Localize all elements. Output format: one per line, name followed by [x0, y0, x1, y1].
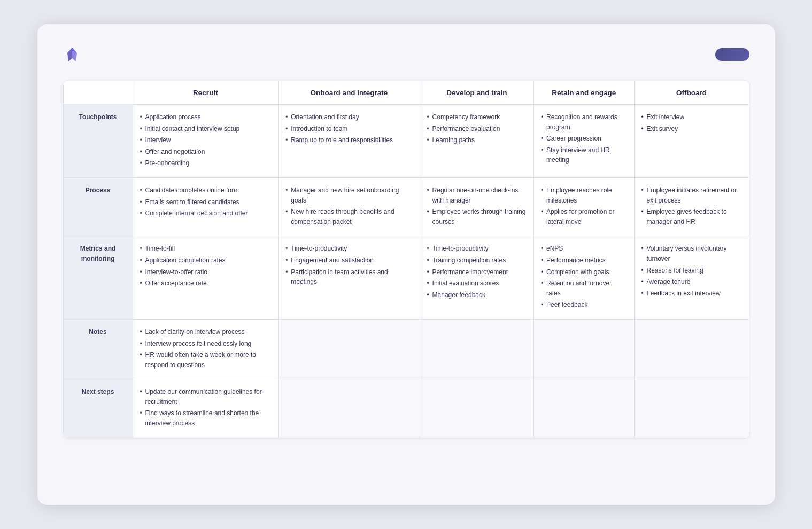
cell-item: Update our communication guidelines for … [140, 387, 272, 407]
cell-item: Voluntary versus involuntary turnover [641, 244, 742, 263]
cell-r3-c2 [420, 319, 533, 379]
cell-item: Ramp up to role and responsibilities [285, 135, 412, 145]
col-header-retain-and-engage: Retain and engage [534, 81, 634, 105]
cell-r4-c4 [634, 379, 749, 438]
cell-item: Regular one-on-one check-ins with manage… [427, 185, 527, 205]
cell-item: Performance improvement [427, 267, 527, 277]
cell-item: Application process [140, 112, 272, 122]
cell-r0-c4: Exit interviewExit survey [634, 105, 749, 178]
cell-r3-c4 [634, 319, 749, 379]
cell-item: Applies for promotion or lateral move [541, 207, 627, 227]
cell-item: Peer feedback [541, 300, 627, 310]
page-title [715, 48, 749, 61]
cell-r4-c1 [279, 379, 420, 438]
cell-item: HR would often take a week or more to re… [140, 350, 272, 370]
cell-item: Reasons for leaving [641, 266, 742, 276]
journey-table: RecruitOnboard and integrateDevelop and … [63, 81, 749, 438]
table-row: Next stepsUpdate our communication guide… [63, 379, 749, 438]
cell-item: Retention and turnover rates [541, 278, 627, 298]
cell-item: Stay interview and HR meeting [541, 145, 627, 165]
cell-item: Employee reaches role milestones [541, 185, 627, 205]
cell-r0-c0: Application processInitial contact and i… [133, 105, 279, 178]
cell-r4-c2 [420, 379, 533, 438]
leapsome-logo-icon [63, 45, 81, 64]
table-row: ProcessCandidate completes online formEm… [63, 177, 749, 236]
cell-r2-c4: Voluntary versus involuntary turnoverRea… [634, 236, 749, 320]
cell-r3-c0: Lack of clarity on interview processInte… [133, 319, 279, 379]
page-wrapper: RecruitOnboard and integrateDevelop and … [37, 24, 775, 505]
col-header-offboard: Offboard [634, 81, 749, 105]
cell-item: Completion with goals [541, 267, 627, 277]
cell-item: Feedback in exit interview [641, 289, 742, 299]
cell-r2-c0: Time-to-fillApplication completion rates… [133, 236, 279, 320]
cell-item: Introduction to team [285, 124, 412, 134]
cell-item: Interview [140, 135, 272, 145]
cell-r2-c1: Time-to-productivityEngagement and satis… [279, 236, 420, 320]
cell-item: Offer acceptance rate [140, 278, 272, 289]
cell-item: Manager and new hire set onboarding goal… [285, 185, 412, 205]
cell-item: Exit interview [641, 112, 742, 122]
cell-item: Complete internal decision and offer [140, 208, 272, 219]
row-label-notes: Notes [63, 319, 133, 379]
cell-item: Time-to-productivity [427, 244, 527, 254]
cell-item: Exit survey [641, 124, 742, 134]
cell-item: Candidate completes online form [140, 185, 272, 196]
cell-item: Interview process felt needlessly long [140, 339, 272, 349]
cell-r1-c4: Employee initiates retirement or exit pr… [634, 177, 749, 236]
cell-item: Application completion rates [140, 255, 272, 266]
cell-item: Find ways to streamline and shorten the … [140, 408, 272, 428]
cell-item: Emails sent to filtered candidates [140, 197, 272, 207]
cell-r1-c1: Manager and new hire set onboarding goal… [279, 177, 420, 236]
col-header-develop-and-train: Develop and train [420, 81, 533, 105]
cell-item: Lack of clarity on interview process [140, 327, 272, 337]
cell-item: Initial contact and interview setup [140, 124, 272, 134]
cell-r4-c3 [534, 379, 634, 438]
cell-item: Employee initiates retirement or exit pr… [641, 185, 742, 205]
cell-r0-c1: Orientation and first dayIntroduction to… [279, 105, 420, 178]
cell-r2-c3: eNPSPerformance metricsCompletion with g… [534, 236, 634, 320]
cell-item: Participation in team activities and mee… [285, 267, 412, 287]
row-label-touchpoints: Touchpoints [63, 105, 133, 178]
column-header-row: RecruitOnboard and integrateDevelop and … [63, 81, 749, 105]
cell-item: Average tenure [641, 277, 742, 287]
cell-item: Competency framework [427, 112, 527, 122]
cell-item: Career progression [541, 134, 627, 144]
cell-item: Time-to-productivity [285, 244, 412, 254]
cell-item: Employee gives feedback to manager and H… [641, 207, 742, 227]
cell-item: Orientation and first day [285, 112, 412, 122]
cell-r3-c3 [534, 319, 634, 379]
cell-r2-c2: Time-to-productivityTraining competition… [420, 236, 533, 320]
cell-item: eNPS [541, 244, 627, 254]
cell-r1-c3: Employee reaches role milestonesApplies … [534, 177, 634, 236]
cell-item: Employee works through training courses [427, 207, 527, 227]
cell-item: Initial evaluation scores [427, 278, 527, 289]
cell-r1-c0: Candidate completes online formEmails se… [133, 177, 279, 236]
cell-r3-c1 [279, 319, 420, 379]
col-header-recruit: Recruit [133, 81, 279, 105]
cell-item: Engagement and satisfaction [285, 255, 412, 266]
cell-r4-c0: Update our communication guidelines for … [133, 379, 279, 438]
cell-item: Offer and negotiation [140, 147, 272, 157]
cell-item: Pre-onboarding [140, 158, 272, 168]
cell-item: Manager feedback [427, 290, 527, 300]
cell-item: Time-to-fill [140, 244, 272, 254]
table-row: NotesLack of clarity on interview proces… [63, 319, 749, 379]
col-header-onboard-and-integrate: Onboard and integrate [279, 81, 420, 105]
cell-item: Performance metrics [541, 255, 627, 266]
logo [63, 45, 87, 64]
table-row: Metrics and monitoringTime-to-fillApplic… [63, 236, 749, 320]
row-label-process: Process [63, 177, 133, 236]
table-row: TouchpointsApplication processInitial co… [63, 105, 749, 178]
cell-item: Training competition rates [427, 255, 527, 266]
cell-item: Performance evaluation [427, 124, 527, 134]
cell-item: Learning paths [427, 135, 527, 145]
cell-r0-c2: Competency frameworkPerformance evaluati… [420, 105, 533, 178]
cell-r1-c2: Regular one-on-one check-ins with manage… [420, 177, 533, 236]
cell-item: Recognition and rewards program [541, 112, 627, 132]
empty-header [63, 81, 133, 105]
cell-item: Interview-to-offer ratio [140, 267, 272, 277]
cell-r0-c3: Recognition and rewards programCareer pr… [534, 105, 634, 178]
row-label-metrics-and-monitoring: Metrics and monitoring [63, 236, 133, 320]
cell-item: New hire reads through benefits and comp… [285, 207, 412, 227]
header [63, 45, 749, 64]
